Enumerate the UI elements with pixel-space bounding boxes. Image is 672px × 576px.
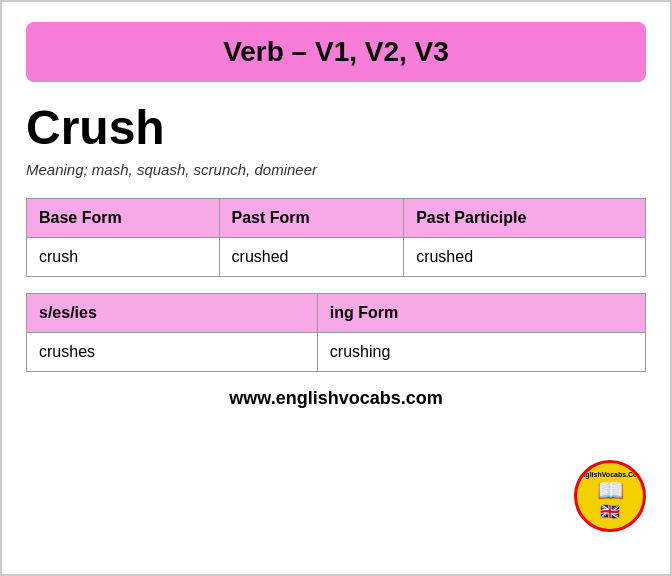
card: Verb – V1, V2, V3 Crush Meaning; mash, s… (0, 0, 672, 576)
col-header-participle: Past Participle (404, 199, 646, 238)
meaning-text: Meaning; mash, squash, scrunch, domineer (26, 161, 646, 178)
logo-circle: EnglishVocabs.Com 📖 🇬🇧 (574, 460, 646, 532)
flag-icon: 🇬🇧 (600, 502, 620, 521)
cell-ing: crushing (317, 333, 645, 372)
cell-ses: crushes (27, 333, 318, 372)
table-row: crush crushed crushed (27, 238, 646, 277)
word-heading: Crush (26, 100, 646, 155)
col-header-ing: ing Form (317, 294, 645, 333)
cell-participle: crushed (404, 238, 646, 277)
banner-text: Verb – V1, V2, V3 (223, 36, 449, 67)
table-row: crushes crushing (27, 333, 646, 372)
s-ing-table: s/es/ies ing Form crushes crushing (26, 293, 646, 372)
cell-past: crushed (219, 238, 404, 277)
verb-forms-table: Base Form Past Form Past Participle crus… (26, 198, 646, 277)
title-banner: Verb – V1, V2, V3 (26, 22, 646, 82)
footer-url: www.englishvocabs.com (26, 388, 646, 409)
cell-base: crush (27, 238, 220, 277)
book-icon: 📖 (597, 480, 624, 502)
col-header-ses: s/es/ies (27, 294, 318, 333)
col-header-past: Past Form (219, 199, 404, 238)
col-header-base: Base Form (27, 199, 220, 238)
logo: EnglishVocabs.Com 📖 🇬🇧 (574, 460, 646, 532)
